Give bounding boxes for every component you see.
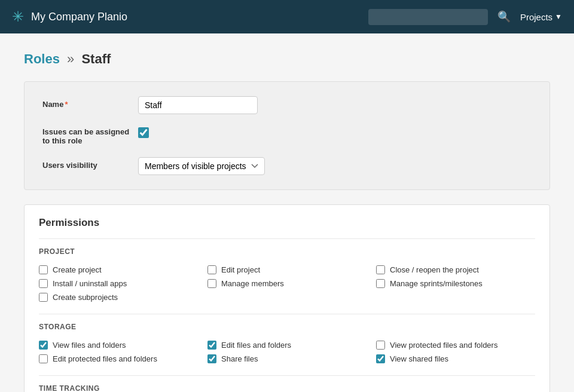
perm-label: Create subprojects bbox=[53, 293, 118, 302]
projects-menu-button[interactable]: Projects ▼ bbox=[520, 12, 562, 22]
perm-item[interactable]: Close / reopen the project bbox=[376, 265, 535, 274]
visibility-select[interactable]: Members of visible projects All users Me… bbox=[138, 157, 265, 175]
projects-label: Projects bbox=[520, 12, 552, 22]
form-row-name: Name* bbox=[42, 96, 532, 114]
search-input[interactable] bbox=[368, 9, 488, 25]
perm-checkbox[interactable] bbox=[376, 279, 385, 288]
permissions-title: Permissions bbox=[25, 205, 549, 238]
issues-label: Issues can be assigned to this role bbox=[42, 126, 138, 145]
perm-group-project: PROJECTCreate projectEdit projectClose /… bbox=[39, 238, 535, 302]
perm-item[interactable]: Edit protected files and folders bbox=[39, 354, 198, 363]
perm-group-title: PROJECT bbox=[39, 238, 535, 259]
perm-checkbox[interactable] bbox=[376, 354, 385, 363]
perm-checkbox[interactable] bbox=[39, 354, 48, 363]
perm-item[interactable]: Edit project bbox=[207, 265, 367, 274]
visibility-label: Users visibility bbox=[42, 157, 138, 170]
perm-checkbox[interactable] bbox=[39, 279, 48, 288]
name-control bbox=[138, 96, 532, 114]
name-input[interactable] bbox=[138, 96, 258, 114]
page-content: Roles » Staff Name* Issues can be assign… bbox=[0, 33, 574, 392]
perm-checkbox[interactable] bbox=[207, 265, 216, 274]
perm-item[interactable]: Manage members bbox=[207, 279, 367, 288]
perm-label: View files and folders bbox=[53, 341, 126, 350]
perm-item[interactable]: View files and folders bbox=[39, 341, 198, 350]
perm-label: Manage sprints/milestones bbox=[390, 279, 483, 288]
perm-checkbox[interactable] bbox=[376, 265, 385, 274]
perm-checkbox[interactable] bbox=[207, 354, 216, 363]
perm-label: Install / uninstall apps bbox=[53, 279, 127, 288]
breadcrumb-separator: » bbox=[67, 51, 74, 66]
perm-item[interactable]: View protected files and folders bbox=[376, 341, 535, 350]
permissions-body: PROJECTCreate projectEdit projectClose /… bbox=[25, 238, 549, 392]
issues-control bbox=[138, 126, 532, 140]
form-section: Name* Issues can be assigned to this rol… bbox=[24, 81, 550, 190]
perm-label: Share files bbox=[221, 354, 258, 363]
perm-group-time-tracking: TIME TRACKINGView spent timeLog spent ti… bbox=[39, 375, 535, 392]
perm-label: Create project bbox=[53, 265, 102, 274]
perm-group-title: TIME TRACKING bbox=[39, 375, 535, 392]
breadcrumb-roles-link[interactable]: Roles bbox=[24, 51, 60, 66]
app-title: My Company Planio bbox=[31, 11, 361, 23]
logo-icon: ✳ bbox=[12, 10, 24, 24]
name-label: Name* bbox=[42, 96, 138, 109]
perm-checkbox[interactable] bbox=[376, 341, 385, 350]
perm-checkbox[interactable] bbox=[207, 279, 216, 288]
perm-checkbox[interactable] bbox=[39, 265, 48, 274]
perm-group-title: STORAGE bbox=[39, 314, 535, 335]
header: ✳ My Company Planio 🔍 Projects ▼ bbox=[0, 0, 574, 33]
visibility-control: Members of visible projects All users Me… bbox=[138, 157, 532, 175]
perm-label: Manage members bbox=[221, 279, 284, 288]
perm-checkbox[interactable] bbox=[207, 341, 216, 350]
perm-label: Close / reopen the project bbox=[390, 265, 479, 274]
perm-group-storage: STORAGEView files and foldersEdit files … bbox=[39, 314, 535, 363]
perm-item[interactable]: Manage sprints/milestones bbox=[376, 279, 535, 288]
perm-item[interactable]: Edit files and folders bbox=[207, 341, 367, 350]
form-row-visibility: Users visibility Members of visible proj… bbox=[42, 157, 532, 175]
perm-item[interactable]: Create project bbox=[39, 265, 198, 274]
chevron-down-icon: ▼ bbox=[555, 13, 562, 21]
perm-label: Edit files and folders bbox=[221, 341, 291, 350]
perm-label: View protected files and folders bbox=[390, 341, 497, 350]
perm-grid: View files and foldersEdit files and fol… bbox=[39, 341, 535, 363]
form-row-issues: Issues can be assigned to this role bbox=[42, 126, 532, 145]
perm-label: Edit project bbox=[221, 265, 260, 274]
perm-label: View shared files bbox=[390, 354, 448, 363]
perm-item[interactable]: View shared files bbox=[376, 354, 535, 363]
perm-item[interactable]: Share files bbox=[207, 354, 367, 363]
perm-label: Edit protected files and folders bbox=[53, 354, 157, 363]
breadcrumb-current: Staff bbox=[81, 51, 111, 66]
breadcrumb: Roles » Staff bbox=[24, 51, 550, 67]
perm-checkbox[interactable] bbox=[39, 341, 48, 350]
perm-item[interactable]: Install / uninstall apps bbox=[39, 279, 198, 288]
perm-grid: Create projectEdit projectClose / reopen… bbox=[39, 265, 535, 302]
perm-item[interactable]: Create subprojects bbox=[39, 293, 198, 302]
permissions-section: Permissions PROJECTCreate projectEdit pr… bbox=[24, 204, 550, 392]
perm-checkbox[interactable] bbox=[39, 293, 48, 302]
issues-checkbox[interactable] bbox=[138, 127, 149, 138]
search-button[interactable]: 🔍 bbox=[495, 8, 513, 26]
